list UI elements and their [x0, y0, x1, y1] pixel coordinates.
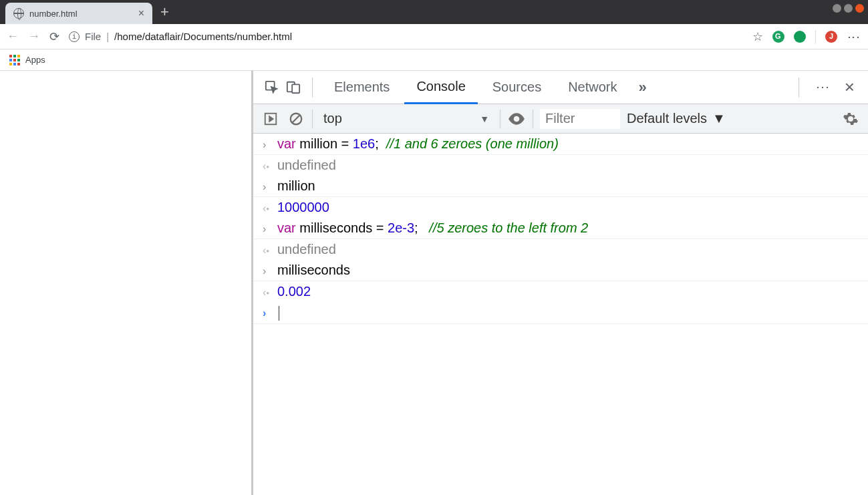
live-expression-icon[interactable] [261, 110, 280, 128]
apps-icon[interactable] [9, 55, 20, 65]
tab-network[interactable]: Network [556, 71, 629, 104]
console-code: milliseconds [277, 263, 350, 278]
bookmark-star-icon[interactable]: ☆ [752, 29, 763, 44]
log-levels-select[interactable]: Default levels ▼ [627, 111, 726, 126]
new-tab-button[interactable]: + [160, 3, 169, 21]
output-arrow-icon: ‹● [263, 287, 277, 299]
console-row: ‹●undefined [253, 239, 868, 260]
filter-divider [500, 110, 500, 128]
browser-toolbar: ← → ⟳ i File | /home/dataflair/Documents… [0, 24, 868, 49]
input-arrow-icon: › [263, 223, 277, 235]
console-filter-bar: top ▼ Default levels ▼ [253, 104, 868, 134]
globe-icon [13, 8, 24, 19]
clear-console-icon[interactable] [287, 110, 305, 128]
console-code: undefined [277, 242, 336, 257]
console-row: ‹●0.002 [253, 281, 868, 302]
main-area: Elements Console Sources Network » ⋮ × t… [0, 71, 868, 495]
console-row: ‹●undefined [253, 155, 868, 176]
output-arrow-icon: ‹● [263, 202, 277, 214]
svg-line-5 [293, 115, 300, 122]
console-row: ›var million = 1e6; //1 and 6 zeroes (on… [253, 134, 868, 155]
console-code [277, 305, 279, 321]
reload-button[interactable]: ⟳ [49, 29, 59, 44]
tab-console[interactable]: Console [404, 71, 477, 104]
chevron-down-icon: ▼ [712, 111, 726, 126]
console-code: var milliseconds = 2e-3; //5 zeroes to t… [277, 220, 588, 236]
toolbar-divider [815, 30, 816, 43]
devtools-divider [312, 77, 313, 98]
tabs-overflow-icon[interactable]: » [632, 79, 654, 96]
chrome-menu-button[interactable]: ⋮ [847, 31, 861, 42]
forward-button[interactable]: → [28, 29, 40, 43]
inspect-element-icon[interactable] [263, 78, 281, 97]
filter-divider [533, 110, 533, 128]
devtools-close-icon[interactable]: × [841, 77, 859, 98]
input-arrow-icon: › [263, 265, 277, 277]
extension-green-icon[interactable] [794, 31, 806, 43]
execution-context-select[interactable]: top ▼ [319, 111, 493, 126]
console-row: ‹●1000000 [253, 197, 868, 218]
console-output[interactable]: ›var million = 1e6; //1 and 6 zeroes (on… [253, 134, 868, 495]
console-code: undefined [277, 158, 336, 173]
input-arrow-icon: › [263, 181, 277, 193]
tab-title: number.html [29, 9, 133, 19]
console-row: ›million [253, 176, 868, 197]
console-code: 1000000 [277, 200, 329, 215]
prompt-arrow-icon: › [263, 307, 277, 319]
profile-avatar-icon[interactable] [825, 31, 837, 43]
tab-close-icon[interactable]: × [138, 7, 144, 19]
url-path: /home/dataflair/Documents/number.html [114, 31, 292, 42]
address-bar[interactable]: i File | /home/dataflair/Documents/numbe… [69, 31, 743, 42]
live-preview-icon[interactable] [507, 110, 526, 128]
chevron-down-icon: ▼ [480, 114, 489, 124]
window-maximize-icon[interactable] [844, 4, 853, 13]
svg-rect-2 [292, 84, 299, 93]
page-content [0, 71, 251, 495]
cursor [279, 306, 279, 321]
tab-elements[interactable]: Elements [322, 71, 402, 104]
filter-divider [312, 110, 313, 128]
output-arrow-icon: ‹● [263, 244, 277, 257]
toolbar-right: ☆ ⋮ [752, 29, 861, 44]
console-row: ›milliseconds [253, 260, 868, 281]
tab-sources[interactable]: Sources [480, 71, 553, 104]
levels-label: Default levels [627, 111, 707, 126]
console-row: ›var milliseconds = 2e-3; //5 zeroes to … [253, 218, 868, 239]
console-code: var million = 1e6; //1 and 6 zeroes (one… [277, 136, 559, 152]
console-row: › [253, 302, 868, 324]
bookmarks-bar: Apps [0, 49, 868, 71]
browser-tab-bar: number.html × + [0, 0, 868, 24]
device-toolbar-icon[interactable] [284, 78, 303, 97]
url-scheme: File [85, 31, 101, 42]
site-info-icon[interactable]: i [69, 31, 80, 42]
output-arrow-icon: ‹● [263, 160, 277, 172]
devtools-menu-icon[interactable]: ⋮ [809, 81, 838, 94]
devtools-panel: Elements Console Sources Network » ⋮ × t… [251, 71, 868, 495]
console-code: 0.002 [277, 284, 311, 299]
window-controls [833, 4, 864, 13]
url-divider: | [106, 31, 109, 42]
window-close-icon[interactable] [855, 4, 864, 13]
back-button[interactable]: ← [7, 29, 19, 43]
window-minimize-icon[interactable] [833, 4, 841, 13]
devtools-tabbar: Elements Console Sources Network » ⋮ × [253, 71, 868, 104]
browser-tab[interactable]: number.html × [5, 3, 152, 24]
console-code: million [277, 178, 315, 194]
devtools-divider [799, 77, 799, 98]
apps-label[interactable]: Apps [25, 55, 45, 65]
console-settings-icon[interactable] [841, 110, 860, 128]
extension-grammarly-icon[interactable] [772, 31, 784, 43]
context-label: top [323, 111, 342, 126]
filter-input[interactable] [540, 109, 620, 129]
input-arrow-icon: › [263, 139, 277, 151]
